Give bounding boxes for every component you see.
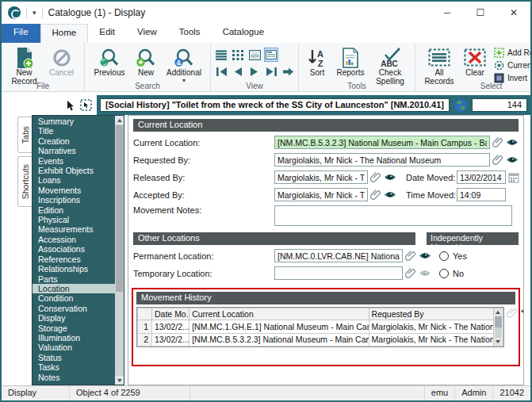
pointer-tool-icon[interactable] [66,100,75,111]
attachment-icon[interactable] [405,250,416,262]
sidebar-item-loans[interactable]: Loans [33,175,115,185]
table-scroll-up-icon[interactable] [494,308,503,316]
sidebar-item-display[interactable]: Display [33,313,115,323]
sidebar-item-summary[interactable]: Summary [33,117,115,126]
attachment-icon[interactable] [492,154,503,166]
sidebar-item-narratives[interactable]: Narratives [33,146,115,155]
sidebar-item-inscriptions[interactable]: Inscriptions [33,195,115,205]
list-view-icon[interactable] [215,48,228,61]
permanent-location-field[interactable] [274,249,403,262]
date-moved-field[interactable] [457,170,506,184]
vertical-tab-shortcuts[interactable]: Shortcuts [17,156,32,207]
table-scrollbar[interactable] [493,308,503,346]
additional-search-button[interactable]: & Additional ▾ [162,45,206,84]
sidebar-scrollbar[interactable] [115,116,124,385]
tab-catalogue[interactable]: Catalogue [212,24,275,43]
view-attachment-eye-icon[interactable] [384,190,396,199]
maximize-button[interactable]: ☐ [464,2,497,24]
sidebar-item-physical[interactable]: Physical [33,215,115,224]
column-header-requested-by[interactable]: Requested By [369,308,493,320]
all-records-button[interactable]: All Records [419,45,459,86]
column-header-current-location[interactable]: Current Location [189,308,369,320]
tab-view[interactable]: View [126,24,168,43]
moveable-yes-option[interactable]: Yes [431,251,519,261]
movement-history-table[interactable]: Date Mo... Current Location Requested By [136,307,504,347]
cell-date-moved[interactable]: 13/02/2... [152,333,189,346]
sidebar-item-status[interactable]: Status [33,353,115,362]
sidebar-item-relationships[interactable]: Relationships [33,264,115,274]
attachment-icon[interactable] [492,136,503,148]
sidebar-item-conservation[interactable]: Conservation [33,304,115,313]
table-row[interactable]: 1 13/02/2... [NM.MC.1.GH.E.1] National M… [138,320,503,333]
check-spelling-button[interactable]: ABC Check Spelling [369,45,411,86]
table-row[interactable]: 2 13/02/2... [NM.MC.B.5.3.2.3] National … [138,333,503,346]
tab-tools[interactable]: Tools [168,24,212,43]
sidebar-item-parts[interactable]: Parts [33,274,115,284]
previous-search-button[interactable]: Previous [89,45,130,78]
sidebar-item-title[interactable]: Title [33,126,115,136]
attachment-icon[interactable] [405,267,416,279]
moveable-no-radio[interactable] [439,269,449,278]
last-record-icon[interactable] [265,65,277,78]
scroll-down-icon[interactable] [115,376,124,385]
sidebar-item-illumination[interactable]: Illumination [33,333,115,343]
table-scroll-down-icon[interactable] [494,338,503,346]
sidebar-item-associations[interactable]: Associations [33,244,115,254]
column-header-date-moved[interactable]: Date Mo... [152,308,189,320]
temporary-location-field[interactable] [274,266,403,280]
column-header-rownum[interactable] [138,308,152,320]
view-attachment-eye-icon[interactable] [384,173,396,182]
current-location-field[interactable] [274,136,490,149]
moveable-no-option[interactable]: No [431,269,519,278]
tab-home[interactable]: Home [40,24,89,43]
sidebar-item-exhibit-objects[interactable]: Exhibit Objects [33,166,115,175]
sidebar-item-references[interactable]: References [33,255,115,264]
sidebar-item-creation[interactable]: Creation [33,136,115,146]
calendar-icon[interactable] [508,172,519,183]
sidebar-item-tasks[interactable]: Tasks [33,362,115,372]
scrollbar-thumb[interactable] [116,125,123,292]
moveable-yes-radio[interactable] [439,251,449,261]
accepted-by-field[interactable] [274,188,368,201]
goto-record-icon[interactable] [281,65,294,78]
sidebar-item-condition[interactable]: Condition [33,293,115,303]
quick-access-dropdown-icon[interactable]: ▾ [33,10,36,17]
view-attachment-eye-icon[interactable] [506,138,519,147]
cell-current-location[interactable]: [NM.MC.B.5.3.2.3] National Museum - Main… [189,333,369,346]
sidebar-item-storage[interactable]: Storage [33,324,115,333]
time-moved-field[interactable] [457,188,506,201]
view-attachment-eye-icon[interactable] [520,307,524,316]
cell-current-location[interactable]: [NM.MC.1.GH.E.1] National Museum - Main … [189,320,369,333]
cell-requested-by[interactable]: Margiolakis, Mr Nick - The National M... [369,333,493,346]
code-view-icon[interactable]: </> [248,48,261,61]
sidebar-item-events[interactable]: Events [33,156,115,166]
sidebar-item-measurements[interactable]: Measurements [33,224,115,234]
current-record-button[interactable]: Current Record [494,60,532,71]
vertical-tab-tabs[interactable]: Tabs [17,117,32,153]
attachment-icon[interactable] [370,171,381,183]
sidebar-item-location[interactable]: Location [33,284,115,293]
attachment-icon[interactable] [370,189,381,201]
tab-edit[interactable]: Edit [88,24,126,43]
tab-file[interactable]: File [2,24,40,43]
select-mode-icon[interactable] [80,99,92,111]
scroll-up-icon[interactable] [115,116,124,124]
view-attachment-eye-icon[interactable] [419,251,431,260]
movement-notes-field[interactable] [274,205,512,226]
reports-button[interactable]: Reports [331,45,369,78]
globe-icon[interactable] [454,98,468,113]
previous-record-icon[interactable] [232,65,244,78]
sidebar-item-edition[interactable]: Edition [33,205,115,215]
sidebar-item-notes[interactable]: Notes [33,373,115,382]
new-record-button[interactable]: New Record [6,45,43,86]
details-view-icon[interactable] [265,48,277,61]
minimize-button[interactable]: ─ [431,2,464,24]
close-button[interactable]: ✕ [497,2,530,24]
released-by-field[interactable] [274,170,368,184]
next-record-icon[interactable] [248,65,261,78]
cell-date-moved[interactable]: 13/02/2... [152,320,189,333]
sort-button[interactable]: AZ Sort [303,45,331,78]
add-record-button[interactable]: Add Record [494,48,532,58]
requested-by-field[interactable] [274,153,490,167]
view-attachment-eye-icon[interactable] [506,155,519,164]
